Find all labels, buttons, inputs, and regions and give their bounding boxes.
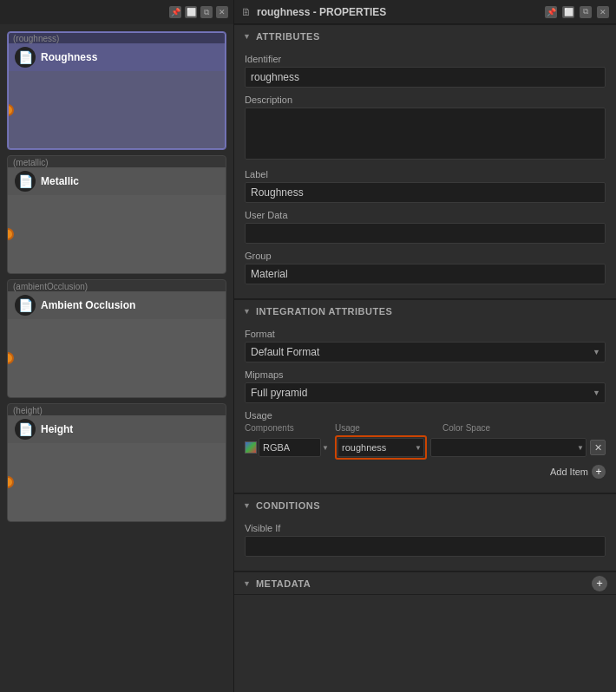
node-header-metallic: 📄 Metallic <box>8 167 226 195</box>
metadata-chevron-icon: ▼ <box>243 579 251 588</box>
height-node-title: Height <box>41 423 73 435</box>
height-node-body <box>8 443 226 521</box>
colorspace-select-wrapper: sRGB Linear ▼ <box>430 438 587 457</box>
usage-delete-button[interactable]: ✕ <box>590 440 606 455</box>
restore-icon[interactable]: ⧉ <box>200 6 213 18</box>
group-label: Group <box>245 251 606 261</box>
node-header-roughness: 📄 Roughness <box>8 43 226 71</box>
conditions-section: ▼ CONDITIONS Visible If <box>234 493 616 571</box>
format-select-wrapper: Default Format ▼ <box>245 342 606 362</box>
right-titlebar: 🗎 roughness - PROPERTIES 📌 ⬜ ⧉ ✕ <box>234 0 616 24</box>
usage-label: Usage <box>245 410 606 421</box>
userdata-input[interactable] <box>245 223 606 244</box>
attributes-section-body: Identifier Description Label User Data G <box>234 47 616 298</box>
identifier-label: Identifier <box>245 54 606 64</box>
add-item-button[interactable]: + <box>592 465 606 479</box>
roughness-node-icon: 📄 <box>15 47 36 68</box>
visible-if-input[interactable] <box>245 536 606 557</box>
metadata-section-label: METADATA <box>256 578 311 589</box>
right-restore-icon[interactable]: ⧉ <box>580 6 592 18</box>
roughness-node-title: Roughness <box>41 51 97 63</box>
metallic-node-icon: 📄 <box>15 171 36 192</box>
usage-field: Usage Components Usage Color Space <box>245 410 606 479</box>
rgba-color-swatch <box>245 441 257 454</box>
conditions-section-body: Visible If <box>234 516 616 571</box>
node-card-roughness[interactable]: (roughness) 📄 Roughness <box>7 31 226 150</box>
usage-select[interactable]: roughness metallic ambientOcclusion heig… <box>337 438 424 457</box>
usage-column-headers: Components Usage Color Space <box>245 423 606 433</box>
right-pin-icon[interactable]: 📌 <box>545 6 557 18</box>
node-card-metallic[interactable]: (metallic) 📄 Metallic <box>7 155 226 274</box>
userdata-label: User Data <box>245 210 606 220</box>
right-close-icon[interactable]: ✕ <box>597 6 609 18</box>
integration-section-body: Format Default Format ▼ Mipmaps Full pyr… <box>234 322 616 493</box>
usage-col-components-header: Components <box>245 423 331 433</box>
right-panel: 🗎 roughness - PROPERTIES 📌 ⬜ ⧉ ✕ ▼ ATTRI… <box>234 0 616 692</box>
attributes-section-header[interactable]: ▼ ATTRIBUTES <box>234 24 616 47</box>
close-icon[interactable]: ✕ <box>216 6 228 18</box>
components-arrow-icon: ▼ <box>322 444 329 452</box>
label-field-label: Label <box>245 169 606 180</box>
format-label: Format <box>245 329 606 339</box>
node-small-label-metallic: (metallic) <box>8 156 226 167</box>
node-card-ambient-occlusion[interactable]: (ambientOcclusion) 📄 Ambient Occlusion <box>7 279 226 398</box>
format-field: Format Default Format ▼ <box>245 329 606 362</box>
components-select[interactable]: RGBA RGB R G B A <box>259 438 321 457</box>
node-small-label-ambient: (ambientOcclusion) <box>8 280 226 291</box>
ambient-node-icon: 📄 <box>15 295 36 316</box>
integration-chevron-icon: ▼ <box>243 307 251 316</box>
mipmaps-select-wrapper: Full pyramid ▼ <box>245 382 606 403</box>
metadata-section-header[interactable]: ▼ METADATA + <box>234 571 616 594</box>
integration-section-label: INTEGRATION ATTRIBUTES <box>256 306 392 317</box>
right-panel-content: ▼ ATTRIBUTES Identifier Description Labe… <box>234 24 616 692</box>
attributes-chevron-icon: ▼ <box>243 32 251 41</box>
usage-highlighted-cell: roughness metallic ambientOcclusion heig… <box>335 435 427 460</box>
maximize-icon[interactable]: ⬜ <box>185 6 197 18</box>
node-small-label-roughness: (roughness) <box>8 32 226 43</box>
usage-components-cell: RGBA RGB R G B A ▼ <box>245 438 331 457</box>
metallic-node-title: Metallic <box>41 175 79 187</box>
add-item-row: Add Item + <box>245 465 606 479</box>
node-card-height[interactable]: (height) 📄 Height <box>7 403 226 522</box>
colorspace-select[interactable]: sRGB Linear <box>430 438 587 457</box>
identifier-field: Identifier <box>245 54 606 88</box>
group-field: Group <box>245 251 606 284</box>
ambient-connector[interactable] <box>7 352 14 364</box>
right-panel-title: roughness - PROPERTIES <box>257 6 540 18</box>
ambient-node-title: Ambient Occlusion <box>41 299 135 311</box>
metallic-connector[interactable] <box>7 228 14 240</box>
right-maximize-icon[interactable]: ⬜ <box>562 6 574 18</box>
integration-section-header[interactable]: ▼ INTEGRATION ATTRIBUTES <box>234 299 616 322</box>
metadata-add-button[interactable]: + <box>592 576 607 591</box>
attributes-section: ▼ ATTRIBUTES Identifier Description Labe… <box>234 24 616 299</box>
metadata-section: ▼ METADATA + <box>234 571 616 595</box>
description-label: Description <box>245 95 606 105</box>
group-input[interactable] <box>245 264 606 284</box>
visible-if-label: Visible If <box>245 523 606 533</box>
usage-col-usage-header: Usage <box>335 423 439 433</box>
label-field: Label <box>245 169 606 203</box>
usage-select-wrapper: roughness metallic ambientOcclusion heig… <box>337 438 424 457</box>
conditions-section-header[interactable]: ▼ CONDITIONS <box>234 493 616 516</box>
node-list: (roughness) 📄 Roughness (metallic) 📄 Met… <box>0 24 233 692</box>
ambient-node-body <box>8 319 226 397</box>
identifier-input[interactable] <box>245 67 606 88</box>
roughness-connector[interactable] <box>7 104 14 116</box>
height-connector[interactable] <box>7 476 14 488</box>
pin-icon[interactable]: 📌 <box>169 6 181 18</box>
mipmaps-select[interactable]: Full pyramid <box>245 382 606 403</box>
description-textarea[interactable] <box>245 108 606 160</box>
format-select[interactable]: Default Format <box>245 342 606 362</box>
node-header-height: 📄 Height <box>8 415 226 443</box>
height-node-icon: 📄 <box>15 419 36 440</box>
left-titlebar: 📌 ⬜ ⧉ ✕ <box>0 0 233 24</box>
roughness-node-body <box>8 71 226 149</box>
visible-if-field: Visible If <box>245 523 606 557</box>
conditions-section-label: CONDITIONS <box>256 500 320 511</box>
userdata-field: User Data <box>245 210 606 244</box>
add-item-label: Add Item <box>550 467 588 477</box>
mipmaps-label: Mipmaps <box>245 369 606 380</box>
node-small-label-height: (height) <box>8 404 226 415</box>
description-field: Description <box>245 95 606 162</box>
label-input[interactable] <box>245 182 606 203</box>
